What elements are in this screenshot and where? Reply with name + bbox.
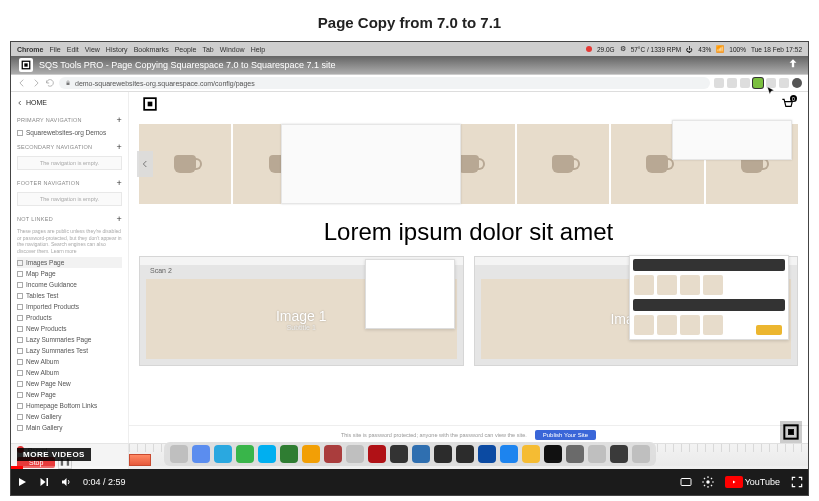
sidebar-item-label: Map Page [26,270,56,277]
page-icon [17,370,23,376]
sidebar-item[interactable]: New Page New [17,378,122,389]
next-button[interactable] [33,469,55,495]
fullscreen-button[interactable] [786,469,808,495]
sidebar-item[interactable]: Lazy Summaries Test [17,345,122,356]
carousel-prev-button[interactable] [137,151,153,177]
dock-app-icon[interactable] [236,445,254,463]
reload-icon[interactable] [45,78,55,88]
mac-menu-view[interactable]: View [85,46,100,53]
sidebar-item-label: Main Gallery [26,424,62,431]
ext-icon[interactable] [740,78,750,88]
sidebar-note: These pages are public unless they're di… [17,228,122,254]
cart-icon[interactable]: 0 [780,97,794,111]
sidebar-item[interactable]: Homepage Bottom Links [17,400,122,411]
site-logo-icon[interactable] [143,97,157,111]
sidebar-item[interactable]: Products [17,312,122,323]
dock-app-icon[interactable] [170,445,188,463]
sidebar-item[interactable]: Images Page [17,257,122,268]
sidebar-item[interactable]: Tables Test [17,290,122,301]
dock-app-icon[interactable] [500,445,518,463]
sidebar-group-title: NOT LINKED [17,216,53,222]
extension-icons [714,78,802,88]
dock-app-icon[interactable] [434,445,452,463]
mac-menu-help[interactable]: Help [251,46,265,53]
youtube-title-bar: SQS Tools PRO - Page Copying Squarespace… [11,56,808,74]
dock-app-icon[interactable] [544,445,562,463]
dock-app-icon[interactable] [610,445,628,463]
add-page-icon[interactable]: + [116,214,122,224]
play-button[interactable] [11,469,33,495]
sidebar-item[interactable]: New Album [17,356,122,367]
sidebar-item[interactable]: New Products [17,323,122,334]
sidebar-item[interactable]: Lazy Summaries Page [17,334,122,345]
ext-icon[interactable] [714,78,724,88]
forward-icon[interactable] [31,78,41,88]
dock-app-icon[interactable] [324,445,342,463]
publish-bar: This site is password protected; anyone … [129,425,808,443]
channel-avatar-icon[interactable] [19,58,33,72]
sidebar-item[interactable]: Main Gallery [17,422,122,433]
sidebar-home[interactable]: HOME [17,96,122,111]
mac-menu-people[interactable]: People [175,46,197,53]
pages-sidebar: HOME PRIMARY NAVIGATION + Squarewebsites… [11,92,129,443]
sidebar-item-label: Squarewebsites-org Demos [26,129,106,136]
sqs-tools-ext-icon[interactable] [753,78,763,88]
dock-app-icon[interactable] [566,445,584,463]
ext-icon[interactable] [779,78,789,88]
timeline-clip[interactable] [129,454,151,466]
dock-app-icon[interactable] [346,445,364,463]
dock-app-icon[interactable] [632,445,650,463]
subtitles-button[interactable] [675,469,697,495]
dock-app-icon[interactable] [258,445,276,463]
mac-menu-window[interactable]: Window [220,46,245,53]
settings-button[interactable] [697,469,719,495]
youtube-logo[interactable]: YouTube [719,476,786,488]
sidebar-item[interactable]: New Page [17,389,122,400]
profile-avatar-icon[interactable] [792,78,802,88]
back-icon[interactable] [17,78,27,88]
squarespace-app: HOME PRIMARY NAVIGATION + Squarewebsites… [11,92,808,443]
mac-menu-history[interactable]: History [106,46,128,53]
sidebar-item[interactable]: Income Guidance [17,279,122,290]
share-icon[interactable] [786,58,800,72]
mac-menu-edit[interactable]: Edit [67,46,79,53]
volume-button[interactable] [55,469,77,495]
page-icon [17,282,23,288]
dock-app-icon[interactable] [390,445,408,463]
ext-icon[interactable] [727,78,737,88]
publish-button[interactable]: Publish Your Site [535,430,596,440]
mac-menu-file[interactable]: File [49,46,60,53]
layout-preview-overlay [281,124,461,204]
dock-app-icon[interactable] [588,445,606,463]
sidebar-item-label: Imported Products [26,303,79,310]
sidebar-item-label: New Page [26,391,56,398]
dock-app-icon[interactable] [368,445,386,463]
sidebar-item[interactable]: New Gallery [17,411,122,422]
dock-app-icon[interactable] [302,445,320,463]
action-button [756,325,782,335]
mac-menu-tab[interactable]: Tab [202,46,213,53]
dock-app-icon[interactable] [280,445,298,463]
browser-toolbar: demo-squarewebsites-org.squarespace.com/… [11,74,808,92]
sidebar-item[interactable]: Map Page [17,268,122,279]
sidebar-item-label: Income Guidance [26,281,77,288]
add-page-icon[interactable]: + [116,178,122,188]
dock-app-icon[interactable] [192,445,210,463]
product-tile[interactable] [517,124,609,204]
add-page-icon[interactable]: + [116,142,122,152]
mac-menu-bookmarks[interactable]: Bookmarks [134,46,169,53]
sidebar-item[interactable]: Squarewebsites-org Demos [17,127,122,138]
sidebar-item-label: New Album [26,369,59,376]
dock-app-icon[interactable] [456,445,474,463]
sidebar-item[interactable]: Imported Products [17,301,122,312]
youtube-video-title[interactable]: SQS Tools PRO - Page Copying Squarespace… [39,60,336,70]
page-icon [17,271,23,277]
dock-app-icon[interactable] [214,445,232,463]
add-page-icon[interactable]: + [116,115,122,125]
address-bar[interactable]: demo-squarewebsites-org.squarespace.com/… [59,77,710,89]
sidebar-item[interactable]: New Album [17,367,122,378]
dock-app-icon[interactable] [412,445,430,463]
dock-app-icon[interactable] [522,445,540,463]
dock-app-icon[interactable] [478,445,496,463]
more-videos-label[interactable]: MORE VIDEOS [17,448,91,461]
